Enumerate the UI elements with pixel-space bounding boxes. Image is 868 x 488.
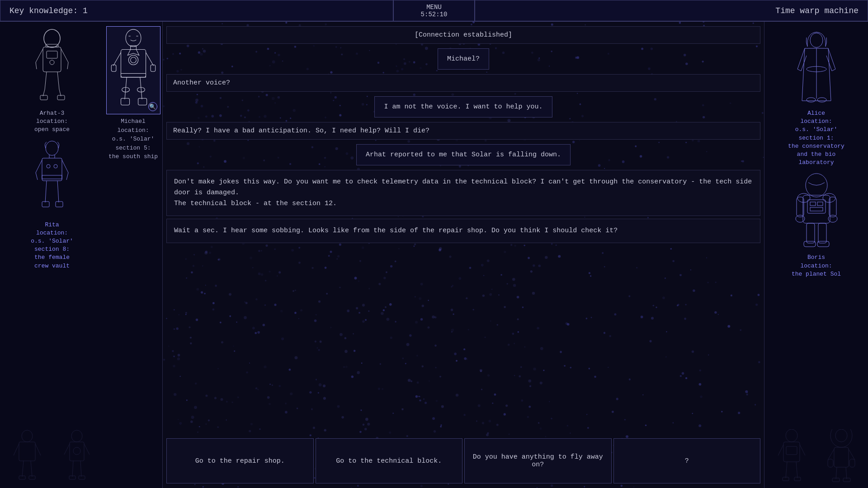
svg-line-23 <box>66 173 68 180</box>
boris-label: Boris location: the planet Sol <box>792 253 841 278</box>
choice-repair-shop[interactable]: Go to the repair shop. <box>166 438 314 483</box>
svg-point-69 <box>817 98 826 102</box>
choice-question[interactable]: ? <box>613 438 761 483</box>
svg-rect-54 <box>121 74 146 77</box>
svg-line-98 <box>828 449 834 460</box>
msg-bad-anticipation: Really? I have a bad anticipation. So, I… <box>166 122 760 140</box>
right-side-panel: Alice location: o.s. 'Solar' section 1: … <box>764 22 868 488</box>
character-rita[interactable]: Rita location: o.s. 'Solar' section 8: t… <box>2 138 102 270</box>
svg-point-28 <box>47 164 50 168</box>
menu-button[interactable]: MENU 5:52:10 <box>393 0 475 21</box>
svg-line-102 <box>836 467 837 479</box>
svg-rect-78 <box>807 223 815 243</box>
svg-rect-51 <box>121 50 146 77</box>
svg-line-32 <box>14 444 19 455</box>
svg-rect-79 <box>818 223 826 243</box>
chat-area: [Connection established] Michael? Anothe… <box>163 22 764 488</box>
svg-rect-100 <box>828 459 833 467</box>
svg-rect-87 <box>783 442 800 462</box>
svg-line-43 <box>80 461 81 477</box>
svg-line-99 <box>849 449 855 460</box>
top-bar: Key knowledge: 1 MENU 5:52:10 Time warp … <box>0 0 868 22</box>
svg-point-52 <box>128 55 138 65</box>
svg-rect-2 <box>43 47 61 72</box>
msg-dont-joke: Don't make jokes this way. Do you want m… <box>166 170 760 216</box>
svg-rect-81 <box>817 241 829 247</box>
character-arhat[interactable]: Arhat-3 location: open space <box>2 26 102 134</box>
svg-rect-61 <box>121 99 129 105</box>
svg-point-46 <box>73 447 80 455</box>
svg-line-3 <box>36 49 43 62</box>
svg-line-91 <box>796 462 797 478</box>
boris-portrait <box>792 170 841 252</box>
svg-rect-85 <box>810 207 823 211</box>
alice-portrait <box>792 26 841 108</box>
svg-line-24 <box>45 181 47 202</box>
svg-point-38 <box>71 430 82 442</box>
michael-label: Michael location: o.s. 'Solar' section 5… <box>108 117 158 161</box>
svg-rect-94 <box>786 446 797 455</box>
svg-point-0 <box>44 29 60 47</box>
svg-rect-13 <box>47 51 57 58</box>
svg-rect-18 <box>42 158 62 181</box>
svg-point-96 <box>830 429 852 447</box>
svg-point-86 <box>786 429 797 442</box>
svg-line-25 <box>57 181 59 202</box>
svg-rect-19 <box>42 175 62 179</box>
arhat-portrait <box>27 26 77 108</box>
rita-label: Rita location: o.s. 'Solar' section 8: t… <box>31 221 73 270</box>
main-layout: Arhat-3 location: open space <box>0 22 868 488</box>
svg-line-103 <box>846 467 847 479</box>
svg-rect-62 <box>138 99 146 105</box>
michael-card[interactable]: 🔍 <box>106 26 160 114</box>
character-alice[interactable]: Alice location: o.s. 'Solar' section 1: … <box>767 26 866 167</box>
svg-line-9 <box>57 72 59 89</box>
svg-line-4 <box>36 62 37 69</box>
svg-point-14 <box>50 60 54 65</box>
svg-rect-45 <box>79 476 85 479</box>
rita-portrait <box>27 138 77 219</box>
choice-fly-away[interactable]: Do you have anything to fly away on? <box>464 438 612 483</box>
svg-point-30 <box>22 430 33 442</box>
svg-rect-31 <box>19 442 35 461</box>
svg-line-59 <box>124 77 126 99</box>
msg-arhat-reported: Arhat reported to me that Solar is falli… <box>166 142 760 167</box>
knowledge-label: Key knowledge: 1 <box>9 6 88 15</box>
svg-rect-26 <box>42 202 49 207</box>
bubble-not-voice: I am not the voice. I want to help you. <box>374 96 552 117</box>
svg-rect-27 <box>56 202 63 207</box>
svg-point-15 <box>46 141 58 155</box>
svg-rect-84 <box>817 202 823 206</box>
svg-line-33 <box>35 444 41 455</box>
alice-label: Alice location: o.s. 'Solar' section 1: … <box>788 109 844 167</box>
svg-line-20 <box>36 160 42 173</box>
choice-technical-block[interactable]: Go to the technical block. <box>316 438 463 483</box>
svg-line-57 <box>146 52 153 66</box>
zoom-icon[interactable]: 🔍 <box>148 102 157 111</box>
menu-label: MENU <box>426 4 442 11</box>
svg-line-35 <box>31 461 32 477</box>
svg-line-42 <box>72 461 73 477</box>
svg-line-7 <box>45 72 47 89</box>
svg-line-6 <box>67 62 68 69</box>
svg-rect-97 <box>834 447 849 467</box>
msg-another-voice: Another voice? <box>166 74 760 92</box>
left-deco-figures <box>5 429 99 483</box>
svg-line-55 <box>113 52 121 66</box>
svg-line-34 <box>22 461 24 477</box>
bubble-arhat-reported: Arhat reported to me that Solar is falli… <box>356 144 571 165</box>
svg-line-88 <box>778 445 783 455</box>
msg-dont-joke-text: Don't make jokes this way. Do you want m… <box>174 178 752 207</box>
svg-line-22 <box>62 160 68 173</box>
svg-rect-56 <box>111 65 116 71</box>
msg-not-voice: I am not the voice. I want to help you. <box>166 94 760 119</box>
svg-point-65 <box>810 33 823 47</box>
svg-line-90 <box>786 462 787 478</box>
msg-michael-query: Michael? <box>166 47 760 71</box>
svg-rect-80 <box>804 241 816 247</box>
svg-point-68 <box>807 98 816 102</box>
svg-line-60 <box>140 77 142 99</box>
svg-point-76 <box>796 215 805 222</box>
character-boris[interactable]: Boris location: the planet Sol <box>767 170 866 278</box>
left-side-panel: Arhat-3 location: open space <box>0 22 104 488</box>
